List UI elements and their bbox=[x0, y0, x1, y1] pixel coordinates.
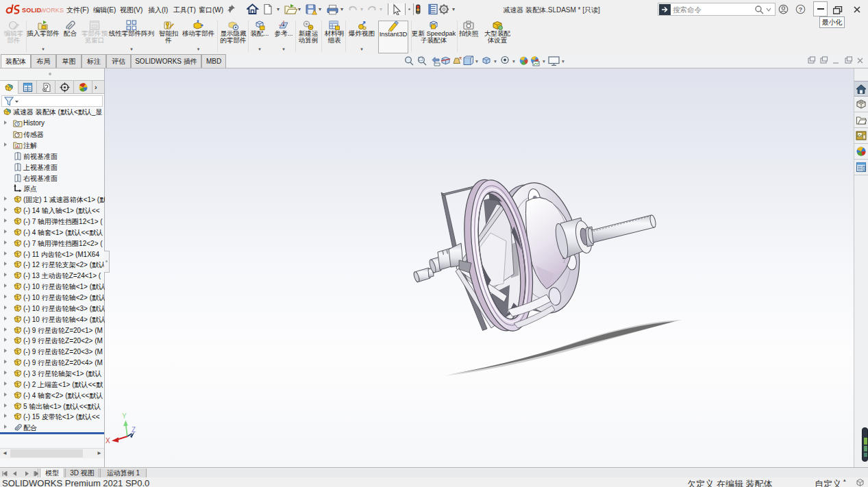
svg-text:▾: ▾ bbox=[298, 6, 301, 12]
svg-text:▾: ▾ bbox=[494, 58, 497, 64]
svg-text:▾: ▾ bbox=[475, 58, 478, 64]
svg-text:SOLID: SOLID bbox=[22, 7, 42, 14]
svg-text:▾: ▾ bbox=[319, 6, 321, 12]
svg-text:▾: ▾ bbox=[340, 6, 343, 12]
svg-text:▾: ▾ bbox=[512, 58, 515, 64]
svg-text:▾: ▾ bbox=[360, 6, 363, 12]
svg-text:A: A bbox=[16, 145, 19, 149]
svg-text:▾: ▾ bbox=[380, 6, 382, 12]
svg-text:▾: ▾ bbox=[277, 6, 280, 12]
svg-text:▾: ▾ bbox=[562, 58, 565, 64]
svg-text:Y: Y bbox=[122, 412, 127, 420]
svg-text:X: X bbox=[106, 437, 110, 445]
svg-text:▾: ▾ bbox=[543, 58, 545, 64]
svg-text:WORKS: WORKS bbox=[40, 7, 64, 14]
svg-text:?: ? bbox=[799, 6, 803, 13]
svg-text:Z: Z bbox=[132, 426, 136, 434]
